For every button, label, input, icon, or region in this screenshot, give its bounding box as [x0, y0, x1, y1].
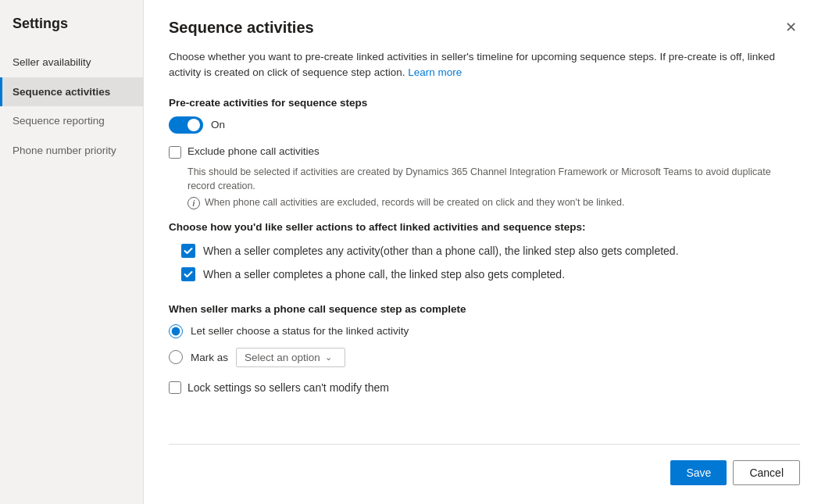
sidebar: Settings Seller availability Sequence ac…	[0, 0, 144, 504]
exclude-checkbox-sub: This should be selected if activities ar…	[188, 166, 800, 193]
sidebar-item-phone-number-priority[interactable]: Phone number priority	[0, 136, 143, 166]
lock-row: Lock settings so sellers can't modify th…	[169, 381, 800, 394]
sidebar-item-sequence-activities[interactable]: Sequence activities	[0, 77, 143, 107]
sidebar-title: Settings	[0, 16, 143, 48]
main-header: Sequence activities ✕	[169, 19, 800, 37]
radio-row-let-seller: Let seller choose a status for the linke…	[169, 324, 800, 338]
select-option-dropdown[interactable]: Select an option ⌄	[236, 348, 345, 367]
save-button[interactable]: Save	[670, 460, 727, 485]
checked-row-1: When a seller completes any activity(oth…	[181, 244, 800, 258]
checked-row-2: When a seller completes a phone call, th…	[181, 267, 800, 281]
radio-row-mark-as: Mark as Select an option ⌄	[169, 348, 800, 367]
lock-checkbox[interactable]	[169, 381, 181, 394]
main-panel: Sequence activities ✕ Choose whether you…	[144, 0, 825, 504]
exclude-checkbox-row: Exclude phone call activities	[169, 145, 800, 159]
learn-more-link[interactable]: Learn more	[408, 66, 462, 78]
info-text: When phone call activities are excluded,…	[205, 196, 624, 210]
check-icon-1[interactable]	[181, 244, 195, 258]
radio-let-seller[interactable]	[169, 324, 183, 338]
toggle-row: On	[169, 116, 800, 134]
checked-item-label-2: When a seller completes a phone call, th…	[203, 268, 565, 281]
pre-create-toggle[interactable]	[169, 116, 203, 134]
chevron-down-icon: ⌄	[325, 352, 332, 363]
bold-question: Choose how you'd like seller actions to …	[169, 221, 800, 233]
pre-create-label: Pre-create activities for sequence steps	[169, 97, 800, 109]
select-placeholder: Select an option	[245, 352, 320, 363]
check-icon-2[interactable]	[181, 267, 195, 281]
radio-section: When seller marks a phone call sequence …	[169, 303, 800, 377]
description: Choose whether you want to pre-create li…	[169, 49, 800, 81]
radio-let-seller-label: Let seller choose a status for the linke…	[191, 325, 409, 337]
info-row: i When phone call activities are exclude…	[188, 196, 800, 210]
page-title: Sequence activities	[169, 19, 314, 37]
phone-call-section-label: When seller marks a phone call sequence …	[169, 303, 800, 315]
description-text: Choose whether you want to pre-create li…	[169, 51, 775, 78]
cancel-button[interactable]: Cancel	[733, 460, 800, 485]
sidebar-item-sequence-reporting[interactable]: Sequence reporting	[0, 106, 143, 136]
sidebar-item-seller-availability[interactable]: Seller availability	[0, 48, 143, 77]
exclude-checkbox[interactable]	[169, 146, 181, 159]
close-button[interactable]: ✕	[782, 19, 800, 36]
toggle-label: On	[211, 119, 225, 130]
lock-label: Lock settings so sellers can't modify th…	[188, 381, 389, 394]
radio-mark-as[interactable]	[169, 350, 183, 364]
exclude-checkbox-label: Exclude phone call activities	[188, 145, 320, 159]
footer: Save Cancel	[169, 444, 800, 488]
checked-item-label-1: When a seller completes any activity(oth…	[203, 245, 679, 257]
radio-mark-as-label: Mark as	[191, 352, 228, 363]
info-icon: i	[188, 197, 200, 209]
